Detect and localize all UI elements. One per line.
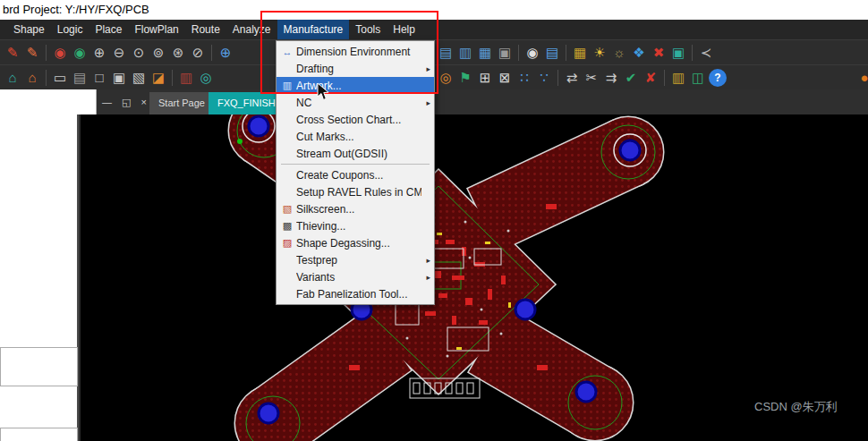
zoom-world-icon[interactable]: ⊛ — [169, 44, 187, 62]
hatch-icon[interactable]: ▧ — [130, 69, 148, 87]
menu-item-testprep[interactable]: Testprep ▸ — [277, 251, 434, 268]
cut-icon[interactable]: ✂ — [583, 69, 600, 87]
color-board-icon[interactable]: ▦ — [571, 44, 589, 62]
menu-item-artwork[interactable]: ▥ Artwork... — [277, 77, 434, 94]
design-canvas[interactable] — [81, 114, 868, 441]
window-title: brd Project: Y:/HY/FXQ/PCB — [3, 3, 149, 16]
layer-select-icon[interactable]: ▣ — [496, 44, 514, 62]
menu-flowplan[interactable]: FlowPlan — [128, 20, 184, 39]
menu-help[interactable]: Help — [387, 20, 421, 39]
eye-icon[interactable]: ◉ — [523, 44, 541, 62]
dim-icon[interactable]: ☼ — [610, 44, 628, 62]
pencil-icon[interactable]: ✎ — [23, 44, 41, 62]
menu-item-label: Shape Degassing... — [296, 237, 421, 250]
menu-item-cut-marks[interactable]: Cut Marks... — [277, 128, 434, 145]
zoom-in-icon[interactable]: ⊕ — [90, 44, 108, 62]
toolbar-separator — [46, 70, 47, 86]
grid-delete-icon[interactable]: ⊠ — [496, 69, 514, 87]
manufacture-dropdown-menu: ↔ Dimension Environment Drafting ▸ ▥ Art… — [276, 40, 435, 305]
home-move-icon[interactable]: ⌂ — [23, 69, 41, 87]
record-green-icon[interactable]: ◉ — [71, 44, 89, 62]
menu-item-label: Setup RAVEL Rules in CM... — [296, 186, 421, 199]
menu-route[interactable]: Route — [185, 20, 226, 39]
menu-item-drafting[interactable]: Drafting ▸ — [277, 60, 434, 77]
route-multi-icon[interactable]: ⇉ — [602, 69, 620, 87]
menu-place[interactable]: Place — [89, 20, 128, 39]
menu-item-label: Silkscreen... — [296, 203, 421, 216]
chip-icon[interactable]: ▥ — [669, 69, 687, 87]
menu-item-label: Variants — [296, 271, 421, 284]
route-block-icon[interactable]: ✘ — [642, 69, 660, 87]
image-icon[interactable]: ▣ — [669, 44, 687, 62]
restore-icon[interactable]: ◱ — [122, 97, 131, 108]
target-a-icon[interactable]: ◎ — [437, 69, 455, 87]
menu-item-shape-degassing[interactable]: ▨ Shape Degassing... — [277, 234, 434, 251]
toolbar1-group-right: ▤ ▥ ▦ ▣ ◉ ▤ ▦ ☀ ☼ ❖ ✖ ▣ ≺ — [437, 40, 715, 65]
tab-fxq-finish[interactable]: FXQ_FINISH — [208, 92, 285, 114]
dots-blue-icon[interactable]: ∷ — [515, 69, 533, 87]
tab-start-page[interactable]: Start Page — [149, 92, 214, 114]
menu-item-label: Cross Section Chart... — [296, 114, 421, 126]
menu-item-thieving[interactable]: ▩ Thieving... — [277, 217, 434, 234]
menu-manufacture[interactable]: Manufacture — [277, 20, 350, 39]
toolbar-separator — [46, 45, 47, 61]
menu-logic[interactable]: Logic — [51, 20, 89, 39]
menu-item-dimension-environment[interactable]: ↔ Dimension Environment — [277, 43, 434, 60]
menu-item-setup-ravel-rules[interactable]: Setup RAVEL Rules in CM... — [277, 183, 434, 200]
crosshair-icon[interactable]: ⊕ — [217, 44, 234, 62]
toolbar2-group-left: ⌂ ⌂ ▭ ▤ □ ▣ ▧ ◪ ▥ ◎ — [4, 65, 215, 90]
pencil-delete-icon[interactable]: ✎ — [4, 44, 21, 62]
doc-report-icon[interactable]: ▤ — [543, 44, 561, 62]
zoom-out-icon[interactable]: ⊖ — [110, 44, 128, 62]
home-icon[interactable]: ⌂ — [4, 69, 21, 87]
menu-shape[interactable]: Shape — [7, 20, 51, 39]
panel-header — [0, 89, 97, 114]
menu-item-create-coupons[interactable]: Create Coupons... — [277, 166, 434, 183]
ring-teal-icon[interactable]: ◎ — [197, 69, 215, 87]
menu-item-cross-section-chart[interactable]: Cross Section Chart... — [277, 111, 434, 128]
minimize-icon[interactable]: — — [102, 97, 112, 107]
board-grid-icon[interactable]: ▥ — [456, 44, 474, 62]
menu-item-stream-out-gdsii[interactable]: Stream Out(GDSII) — [277, 145, 434, 162]
thieving-icon: ▩ — [278, 220, 296, 232]
route-swap-icon[interactable]: ⇄ — [563, 69, 581, 87]
route-check-icon[interactable]: ✔ — [622, 69, 640, 87]
toolbar-separator — [566, 45, 566, 61]
bell-icon[interactable]: ● — [855, 69, 868, 87]
record-red-icon[interactable]: ◉ — [51, 44, 69, 62]
menu-item-fab-panelization-tool[interactable]: Fab Panelization Tool... — [277, 285, 434, 302]
menu-separator — [281, 164, 430, 165]
flag-icon[interactable]: ⚑ — [456, 69, 474, 87]
menu-tools[interactable]: Tools — [349, 20, 387, 39]
zoom-previous-icon[interactable]: ⊘ — [189, 44, 207, 62]
pcb-canvas[interactable] — [81, 114, 868, 441]
menu-item-variants[interactable]: Variants ▸ — [277, 268, 434, 285]
select-rect-icon[interactable]: ▭ — [51, 69, 69, 87]
dots-blue2-icon[interactable]: ∵ — [535, 69, 553, 87]
export-icon[interactable]: ◫ — [689, 69, 707, 87]
board-view-icon[interactable]: ▤ — [437, 44, 455, 62]
degassing-icon: ▨ — [278, 237, 296, 249]
menu-item-label: Stream Out(GDSII) — [296, 148, 421, 160]
connect-icon[interactable]: ❖ — [630, 44, 648, 62]
grid-icon[interactable]: ⊞ — [476, 69, 494, 87]
menu-analyze[interactable]: Analyze — [226, 20, 277, 39]
artwork-icon: ▥ — [278, 80, 296, 91]
pcb-red-icon[interactable]: ▥ — [177, 69, 195, 87]
close-icon[interactable]: × — [140, 97, 146, 107]
rect-filled-icon[interactable]: ▣ — [110, 69, 128, 87]
zoom-window-icon[interactable]: ⊙ — [130, 44, 148, 62]
board-layers-icon[interactable]: ▦ — [476, 44, 494, 62]
submenu-arrow-icon: ▸ — [421, 98, 430, 107]
shape-orange-icon[interactable]: ◪ — [149, 69, 167, 87]
menu-item-silkscreen[interactable]: ▧ Silkscreen... — [277, 200, 434, 217]
board-dark-icon[interactable]: ▤ — [71, 69, 89, 87]
menu-item-nc[interactable]: NC ▸ — [277, 94, 434, 111]
share-icon[interactable]: ≺ — [697, 44, 715, 62]
rect-outline-icon[interactable]: □ — [90, 69, 108, 87]
help-icon[interactable]: ? — [709, 69, 727, 87]
delete-icon[interactable]: ✖ — [650, 44, 668, 62]
brightness-icon[interactable]: ☀ — [591, 44, 608, 62]
zoom-fit-icon[interactable]: ⊚ — [149, 44, 167, 62]
side-panel[interactable] — [0, 114, 79, 441]
